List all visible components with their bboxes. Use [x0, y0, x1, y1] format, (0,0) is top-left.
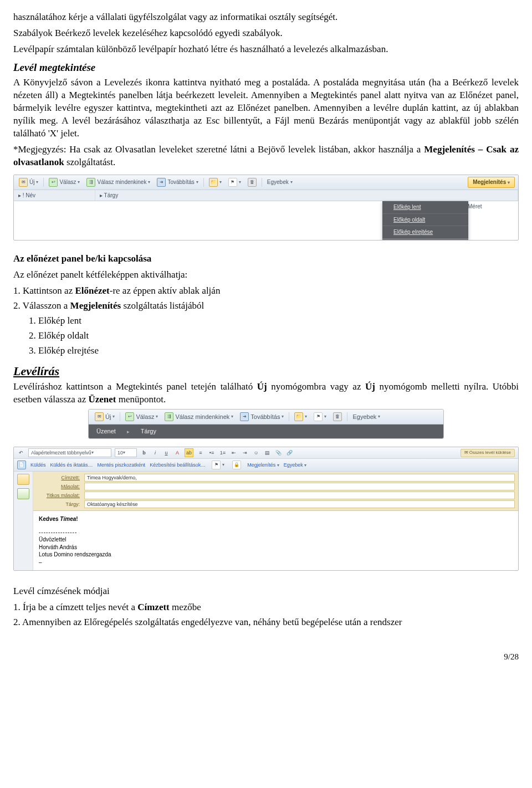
- item2-a: 2. Válasszon a: [13, 300, 70, 311]
- indent-right-button[interactable]: ⇥: [241, 449, 249, 457]
- compose-body: Címzett: Timea Hogyvak/demo, Másolat: Ti…: [14, 472, 518, 570]
- address-block: Címzett: Timea Hogyvak/demo, Másolat: Ti…: [33, 472, 518, 511]
- reply-icon: ↩: [125, 412, 134, 421]
- tb2-new-label: Új: [105, 413, 111, 421]
- field-cc[interactable]: [84, 483, 515, 490]
- field-to[interactable]: Timea Hogyvak/demo,: [84, 474, 515, 482]
- sendfile-button[interactable]: Küldés és iktatás…: [50, 462, 93, 468]
- replyall-icon: ⇶: [165, 412, 173, 421]
- reply-icon: ↩: [49, 178, 58, 187]
- number-button[interactable]: 1≡: [219, 449, 227, 457]
- label-bcc[interactable]: Titkos másolat:: [37, 492, 80, 499]
- tb2-new-button[interactable]: ✉Új▾: [93, 412, 116, 422]
- flag-icon: ⚑: [314, 412, 323, 421]
- lock-button[interactable]: 🔒: [231, 460, 243, 470]
- screenshot-compose-window: ↶ Alapértelmezett többnyelvű ▾ 10 ▾ b i …: [13, 447, 519, 571]
- table-button[interactable]: ▤: [263, 449, 271, 457]
- item1-b: Előnézet: [75, 285, 109, 296]
- dropdown-item-preview-bottom[interactable]: Előkép lent: [382, 201, 468, 214]
- chevron-down-icon: ▾: [304, 463, 306, 468]
- new-button[interactable]: ✉Új▾: [17, 177, 40, 187]
- fontsize-select[interactable]: 10 ▾: [115, 448, 137, 457]
- tb2-reply-button[interactable]: ↩Válasz▾: [124, 412, 160, 422]
- pc-g: menüpontot.: [116, 394, 166, 405]
- item2-b: Megjelenítés: [70, 300, 121, 311]
- dropdown-item-preview-side[interactable]: Előkép oldalt: [382, 214, 468, 227]
- col-subject[interactable]: ▸ Tárgy: [95, 190, 518, 201]
- mailbox-icon[interactable]: [17, 488, 29, 499]
- replyall-button[interactable]: ⇶Válasz mindenkinek▾: [85, 177, 152, 187]
- label-to[interactable]: Címzett:: [37, 474, 80, 481]
- font-select[interactable]: Alapértelmezett többnyelvű ▾: [28, 448, 111, 457]
- tb2-delete-button[interactable]: 🗑: [331, 412, 344, 422]
- forward-button[interactable]: ➜Továbbítás▾: [155, 177, 200, 187]
- delivery-button[interactable]: Kézbesítési beállítások…: [150, 462, 206, 468]
- para-stationery: Levélpapír számtalan különböző levélpapí…: [13, 43, 519, 56]
- align-left-button[interactable]: ≡: [197, 449, 204, 457]
- col-size[interactable]: Méret: [464, 201, 518, 212]
- reply-button[interactable]: ↩Válasz▾: [47, 177, 81, 187]
- new-icon: ✉: [19, 178, 28, 187]
- bullet-button[interactable]: •≡: [208, 449, 216, 457]
- show2-button[interactable]: Megjelenítés ▾: [247, 462, 279, 469]
- pc-d: Új: [365, 381, 375, 392]
- message-body[interactable]: Kedves Tímea! ---------------- Üdvözlett…: [33, 511, 518, 570]
- chevron-down-icon: ▾: [156, 414, 158, 420]
- dd-i1-label: Előkép lent: [393, 204, 421, 210]
- screenshot-mail-list: ✉Új▾ ↩Válasz▾ ⇶Válasz mindenkinek▾ ➜Tová…: [13, 175, 519, 241]
- field-subject[interactable]: Oktatóanyag készítése: [84, 500, 515, 508]
- tb2-dropdown: Üzenet ▸ Tárgy: [89, 424, 443, 438]
- separator: [203, 178, 204, 187]
- indent-left-button[interactable]: ⇤: [230, 449, 238, 457]
- tb2-folder-button[interactable]: 📁▾: [293, 412, 309, 422]
- highlight-button[interactable]: ab: [185, 448, 193, 457]
- chevron-down-icon: ▾: [508, 180, 510, 185]
- savedraft-button[interactable]: Mentés piszkozatként: [98, 462, 146, 468]
- attach-button[interactable]: 📎: [274, 449, 282, 457]
- delete-button[interactable]: 🗑: [246, 177, 258, 187]
- label-cc[interactable]: Másolat:: [37, 483, 80, 490]
- undo-button[interactable]: ↶: [17, 449, 25, 457]
- flag2-button[interactable]: ⚑▾: [210, 460, 226, 470]
- note-c: szolgáltatást.: [66, 157, 115, 167]
- show-button[interactable]: Megjelenítés ▾: [468, 177, 515, 188]
- emoji-button[interactable]: ☺: [252, 449, 260, 457]
- tb2-flag-button[interactable]: ⚑▾: [312, 412, 328, 422]
- bold-button[interactable]: b: [140, 449, 148, 457]
- col-name[interactable]: ▸ ! Név: [14, 190, 95, 201]
- chevron-down-icon: ▾: [148, 180, 150, 186]
- para-note: *Megjegyzés: Ha csak az Olvasatlan level…: [13, 144, 519, 169]
- send-button[interactable]: Küldés: [30, 462, 46, 468]
- sig-line2: Horváth András: [39, 544, 513, 551]
- chevron-down-icon: ▾: [231, 414, 233, 420]
- tb2-message-item[interactable]: Üzenet: [96, 427, 116, 436]
- reply-label: Válasz: [59, 178, 76, 186]
- link-button[interactable]: 🔗: [285, 449, 293, 457]
- para-usage: használatához kérje a vállalati ügyfélsz…: [13, 11, 519, 24]
- underline-button[interactable]: u: [162, 449, 170, 457]
- color-button[interactable]: A: [173, 449, 181, 457]
- sendall-button[interactable]: ✉ Összes levél küldése: [461, 449, 515, 457]
- addr1-b: Címzett: [137, 602, 170, 612]
- flag-button[interactable]: ⚑▾: [227, 177, 243, 187]
- tb2-other-button[interactable]: Egyebek▾: [351, 412, 382, 422]
- dropdown-item-separate[interactable]: Különálló üzenetek: [382, 239, 468, 241]
- pc-b: Új: [257, 381, 267, 392]
- addr-item-2: 2. Amennyiben az Előregépelés szolgáltat…: [13, 616, 519, 629]
- row-cc: Másolat:: [37, 482, 515, 491]
- separator: [43, 178, 44, 187]
- italic-button[interactable]: i: [151, 449, 159, 457]
- other-button[interactable]: Egyebek▾: [265, 178, 294, 187]
- dropdown-item-preview-hide[interactable]: Előkép elrejtése: [382, 226, 468, 239]
- tb2-replyall-button[interactable]: ⇶Válasz mindenkinek▾: [163, 412, 235, 422]
- row-bcc: Titkos másolat:: [37, 491, 515, 500]
- envelope-icon[interactable]: [17, 474, 29, 485]
- other2-button[interactable]: Egyebek ▾: [284, 462, 307, 469]
- folder-button[interactable]: 📁▾: [207, 177, 223, 187]
- tb2-forward-button[interactable]: ➜Továbbítás▾: [238, 412, 285, 422]
- replyall-icon: ⇶: [86, 178, 95, 187]
- field-bcc[interactable]: [84, 492, 515, 499]
- underline-label: u: [165, 449, 167, 456]
- para-compose: Levélíráshoz kattintson a Megtekintés pa…: [13, 381, 519, 406]
- dd-i3-label: Előkép elrejtése: [393, 229, 433, 235]
